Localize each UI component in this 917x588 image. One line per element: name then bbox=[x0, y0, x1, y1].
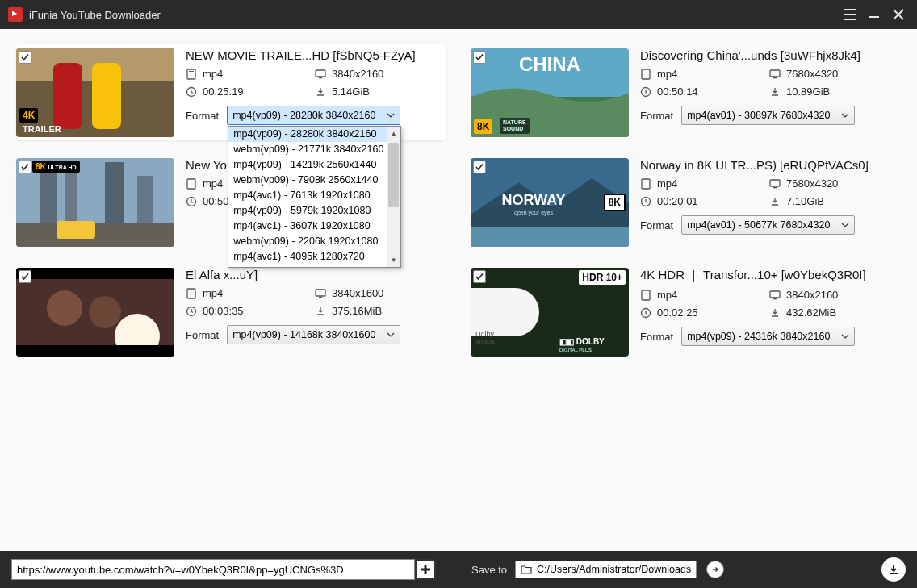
download-size-icon bbox=[769, 307, 781, 319]
svg-rect-6 bbox=[189, 73, 194, 73]
dropdown-option[interactable]: webm(vp09) - 2206k 1920x1080 bbox=[228, 234, 400, 249]
menu-button[interactable] bbox=[838, 0, 862, 29]
format-select[interactable]: mp4(vp09) - 28280k 3840x2160 mp4(vp09) -… bbox=[227, 106, 400, 125]
select-checkbox[interactable] bbox=[473, 51, 486, 64]
svg-rect-42 bbox=[319, 297, 322, 298]
check-icon bbox=[475, 53, 484, 61]
scrollbar-down[interactable]: ▼ bbox=[387, 253, 400, 267]
format-select[interactable]: mp4(vp09) - 24316k 3840x2160 bbox=[681, 327, 855, 346]
close-button[interactable] bbox=[886, 0, 911, 29]
badge-4k: 4K bbox=[19, 108, 38, 123]
format-select[interactable]: mp4(av01) - 30897k 7680x4320 bbox=[681, 106, 855, 125]
video-card: NORWAY open your eyes 8K Norway in 8K UL… bbox=[471, 153, 901, 250]
format-select[interactable]: mp4(vp09) - 14168k 3840x1600 bbox=[227, 325, 400, 344]
format-select-value: mp4(vp09) - 28280k 3840x2160 bbox=[232, 110, 375, 121]
resolution-label: 3840x2160 bbox=[332, 68, 383, 80]
thumbnail[interactable]: CHINA 8K NATURESOUND bbox=[471, 48, 629, 137]
format-select-value: mp4(vp09) - 24316k 3840x2160 bbox=[687, 331, 830, 342]
chevron-down-icon bbox=[840, 219, 851, 231]
thumbnail[interactable] bbox=[16, 268, 174, 357]
svg-rect-50 bbox=[642, 290, 650, 300]
badge-trailer: TRAILER bbox=[19, 123, 65, 136]
svg-rect-15 bbox=[773, 77, 777, 78]
chevron-down-icon bbox=[385, 110, 396, 121]
select-checkbox[interactable] bbox=[19, 270, 31, 283]
svg-rect-19 bbox=[65, 173, 77, 223]
svg-rect-27 bbox=[471, 227, 629, 247]
duration-label: 00:02:25 bbox=[657, 307, 698, 319]
format-dropdown[interactable]: mp4(vp09) - 28280k 3840x2160 webm(vp09) … bbox=[228, 126, 401, 268]
thumbnail[interactable]: 4K TRAILER bbox=[16, 48, 174, 137]
container-label: mp4 bbox=[203, 287, 223, 299]
video-title: El Alfa x...uY] bbox=[186, 268, 446, 281]
svg-rect-5 bbox=[189, 71, 194, 72]
container-label: mp4 bbox=[657, 289, 677, 301]
titlebar: iFunia YouTube Downloader bbox=[0, 0, 917, 29]
dropdown-option[interactable]: mp4(vp09) - 14219k 2560x1440 bbox=[228, 157, 400, 173]
format-select-value: mp4(vp09) - 14168k 3840x1600 bbox=[232, 329, 375, 340]
video-title: Norway in 8K ULTR...PS) [eRUQPfVACs0] bbox=[640, 158, 901, 172]
thumbnail[interactable]: NORWAY open your eyes 8K bbox=[471, 158, 629, 247]
check-icon bbox=[21, 273, 29, 281]
svg-rect-40 bbox=[187, 289, 195, 298]
dropdown-option[interactable]: mp4(vp09) - 28280k 3840x2160 bbox=[228, 127, 400, 142]
dropdown-option[interactable]: mp4(avc1) - 3607k 1920x1080 bbox=[228, 219, 400, 234]
svg-rect-3 bbox=[92, 63, 121, 129]
badge-hdr10plus: HDR 10+ bbox=[579, 270, 626, 285]
video-title: 4K HDR ｜ Transfor...10+ [w0YbekQ3R0I] bbox=[640, 268, 901, 283]
select-checkbox[interactable] bbox=[19, 161, 31, 173]
chevron-down-icon bbox=[840, 110, 851, 121]
scrollbar-up[interactable]: ▲ bbox=[387, 127, 400, 140]
svg-rect-23 bbox=[57, 221, 95, 239]
svg-point-36 bbox=[89, 296, 121, 328]
file-icon bbox=[186, 288, 197, 299]
dropdown-option[interactable]: webm(vp09) - 21771k 3840x2160 bbox=[228, 142, 400, 157]
svg-rect-21 bbox=[137, 176, 153, 223]
check-icon bbox=[475, 163, 484, 171]
video-card: El Alfa x...uY] mp4 3840x1600 00:03:35 3… bbox=[16, 263, 446, 360]
save-path-box[interactable]: C:/Users/Administrator/Downloads bbox=[515, 561, 697, 578]
format-select[interactable]: mp4(av01) - 50677k 7680x4320 bbox=[681, 215, 855, 235]
svg-rect-31 bbox=[770, 180, 780, 186]
minimize-button[interactable] bbox=[862, 0, 886, 29]
clock-icon bbox=[186, 306, 197, 317]
duration-label: 00:20:01 bbox=[657, 195, 698, 207]
thumbnail-image: CHINA bbox=[471, 48, 629, 137]
dropdown-option[interactable]: mp4(vp09) - 5979k 1920x1080 bbox=[228, 203, 400, 219]
scrollbar-thumb[interactable] bbox=[388, 143, 399, 207]
badge-8k: 8K bbox=[474, 119, 492, 134]
download-all-button[interactable] bbox=[881, 557, 906, 582]
svg-rect-7 bbox=[316, 70, 325, 77]
resolution-label: 3840x1600 bbox=[332, 287, 383, 299]
minimize-icon bbox=[869, 9, 880, 20]
video-card: CHINA 8K NATURESOUND Discovering China'.… bbox=[471, 44, 901, 140]
svg-rect-4 bbox=[187, 69, 195, 79]
file-icon bbox=[640, 290, 651, 301]
app-icon bbox=[8, 7, 23, 22]
select-checkbox[interactable] bbox=[19, 51, 31, 64]
resolution-label: 7680x4320 bbox=[786, 177, 838, 190]
video-title: NEW MOVIE TRAILE...HD [fSbNQ5-FZyA] bbox=[186, 48, 446, 62]
thumbnail[interactable]: ◧◧ DOLBY DIGITAL PLUS Dolby VISION HDR 1… bbox=[471, 268, 629, 357]
dropdown-option[interactable]: mp4(vp09) - 3446k 1280x720 bbox=[228, 265, 400, 268]
plus-icon bbox=[419, 563, 432, 576]
download-icon bbox=[887, 563, 900, 576]
url-input[interactable] bbox=[11, 559, 415, 580]
thumbnail[interactable]: 8K ULTRA HD bbox=[16, 158, 174, 247]
save-path: C:/Users/Administrator/Downloads bbox=[537, 564, 691, 575]
add-url-button[interactable] bbox=[415, 559, 436, 580]
video-card: ◧◧ DOLBY DIGITAL PLUS Dolby VISION HDR 1… bbox=[471, 263, 901, 360]
format-select-value: mp4(av01) - 30897k 7680x4320 bbox=[687, 110, 830, 121]
open-folder-button[interactable] bbox=[706, 561, 724, 578]
select-checkbox[interactable] bbox=[473, 270, 486, 283]
save-to-label: Save to bbox=[471, 564, 507, 576]
duration-label: 00:25:19 bbox=[203, 85, 244, 98]
clock-icon bbox=[186, 196, 197, 207]
dropdown-option[interactable]: webm(vp09) - 7908k 2560x1440 bbox=[228, 173, 400, 188]
dropdown-option[interactable]: mp4(avc1) - 7613k 1920x1080 bbox=[228, 188, 400, 203]
size-label: 375.16MiB bbox=[332, 305, 382, 317]
download-size-icon bbox=[769, 86, 781, 98]
select-checkbox[interactable] bbox=[473, 161, 486, 173]
download-size-icon bbox=[769, 196, 781, 207]
dropdown-option[interactable]: mp4(avc1) - 4095k 1280x720 bbox=[228, 249, 400, 265]
